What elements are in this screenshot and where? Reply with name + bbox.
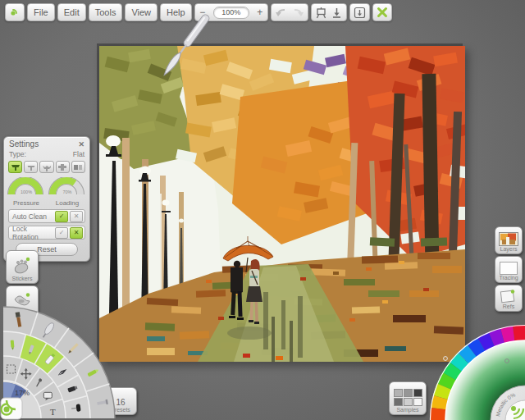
menu-file[interactable]: File <box>27 3 55 21</box>
tracing-icon <box>500 262 518 275</box>
auto-clean-label: Auto Clean <box>12 212 53 221</box>
text-tool-icon[interactable]: T <box>50 407 56 417</box>
zoom-in-button[interactable]: + <box>256 7 264 18</box>
zoom-controls: − 100% + <box>194 3 268 21</box>
stickers-label: Stickers <box>12 276 33 281</box>
samples-button[interactable]: Samples <box>389 381 427 415</box>
artrage-corner-logo[interactable] <box>1 398 22 419</box>
thin-brush-icon <box>26 163 36 171</box>
menu-view[interactable]: View <box>125 3 158 21</box>
undo-redo-group <box>271 3 308 21</box>
zoom-value-field[interactable]: 100% <box>213 7 249 19</box>
loading-value: 70% <box>48 189 86 194</box>
settings-close-button[interactable]: ✕ <box>78 140 84 148</box>
close-icon <box>377 7 388 18</box>
canvas[interactable] <box>99 46 465 362</box>
brush-type-angled[interactable] <box>39 161 53 173</box>
lock-rotation-on-button[interactable]: ✓ <box>55 227 68 239</box>
settings-title: Settings <box>9 139 39 148</box>
type-value: Flat <box>73 150 84 158</box>
brush-type-thin[interactable] <box>24 161 38 173</box>
minimize-pod-button[interactable] <box>349 3 370 21</box>
brush-type-round[interactable] <box>56 161 70 173</box>
type-label: Type: <box>9 150 26 158</box>
brush-type-flat-selected[interactable] <box>8 161 22 173</box>
angled-brush-icon <box>42 163 52 171</box>
auto-clean-row: Auto Clean ✓ ✕ <box>8 209 85 223</box>
app-logo-button[interactable] <box>5 3 25 21</box>
main-toolbar: File Edit Tools View Help − 100% + <box>5 3 392 21</box>
tool-picker-wheel[interactable]: T 17% <box>0 303 119 420</box>
loading-gauge[interactable]: 70% Loading <box>48 177 86 207</box>
easel-icon[interactable] <box>315 7 327 19</box>
auto-clean-on-button[interactable]: ✓ <box>55 211 68 222</box>
stickers-icon <box>11 256 33 276</box>
lock-rotation-off-button[interactable]: ✕ <box>70 227 83 239</box>
lock-rotation-row: Lock Rotation ✓ ✕ <box>8 226 85 240</box>
layers-button[interactable]: Layers <box>495 226 523 254</box>
zoom-out-button[interactable]: − <box>199 7 207 18</box>
minimize-pod-icon <box>354 7 366 19</box>
close-app-button[interactable] <box>372 3 392 21</box>
dock-toolbar-icon[interactable] <box>331 7 343 19</box>
canvas-painting <box>99 46 465 362</box>
undo-icon[interactable] <box>275 7 288 18</box>
auto-clean-off-button[interactable]: ✕ <box>70 211 83 222</box>
pressure-label: Pressure <box>7 199 45 207</box>
flat-brush-icon <box>11 163 21 171</box>
menu-view-label: View <box>131 7 151 17</box>
menu-file-label: File <box>34 7 48 17</box>
menu-help-label: Help <box>167 7 185 17</box>
brush-type-pattern[interactable] <box>71 161 85 173</box>
layers-label: Layers <box>500 246 517 252</box>
menu-tools-label: Tools <box>95 7 116 17</box>
layers-thumbnail-icon <box>499 232 518 246</box>
tracing-label: Tracing <box>499 275 518 281</box>
menu-tools[interactable]: Tools <box>89 3 123 21</box>
menu-edit-label: Edit <box>64 7 80 17</box>
loading-label: Loading <box>48 199 86 207</box>
redo-icon[interactable] <box>291 7 304 18</box>
samples-label: Samples <box>396 407 418 413</box>
round-brush-icon <box>57 163 67 171</box>
refs-label: Refs <box>503 304 514 309</box>
brush-type-selector <box>4 159 89 176</box>
pattern-brush-icon <box>73 163 83 171</box>
lock-rotation-label: Lock Rotation <box>12 225 53 241</box>
refs-icon <box>499 289 518 304</box>
color-marker-1[interactable] <box>444 357 448 361</box>
pressure-value: 100% <box>7 189 45 194</box>
refs-button[interactable]: Refs <box>495 285 523 312</box>
pressure-gauge[interactable]: 100% Pressure <box>7 177 45 207</box>
tool-size-value: 17% <box>15 389 30 397</box>
settings-panel: Settings ✕ Type: Flat 100% <box>3 136 90 262</box>
color-picker-wheel[interactable]: Metallic 0% <box>425 320 525 420</box>
canvas-pods-group <box>311 3 347 21</box>
artrage-logo-icon <box>9 7 21 18</box>
stickers-button[interactable]: Stickers <box>6 250 39 284</box>
tracing-button[interactable]: Tracing <box>495 256 523 283</box>
samples-grid-icon <box>394 389 422 406</box>
menu-edit[interactable]: Edit <box>57 3 86 21</box>
menu-help[interactable]: Help <box>160 3 192 21</box>
